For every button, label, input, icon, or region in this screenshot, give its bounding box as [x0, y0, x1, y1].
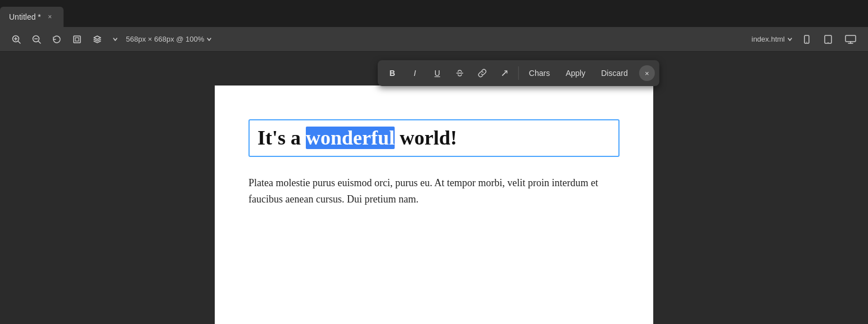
main-toolbar: 568px × 668px @ 100% index.html [0, 27, 868, 52]
apply-button[interactable]: Apply [559, 64, 592, 83]
italic-button[interactable]: I [405, 64, 425, 83]
selected-word: wonderful [306, 127, 395, 149]
tablet-view-icon[interactable] [821, 32, 835, 47]
zoom-in-icon[interactable] [9, 32, 24, 47]
body-paragraph: Platea molestie purus euismod orci, puru… [248, 175, 620, 208]
canvas-dimensions: 568px × 668px @ 100% [126, 35, 212, 43]
strikethrough-button[interactable] [450, 64, 470, 83]
rotate-icon[interactable] [49, 32, 64, 47]
heading-text[interactable]: It's a wonderful world! [257, 126, 611, 150]
toolbar-left: 568px × 668px @ 100% [9, 32, 747, 47]
svg-point-12 [828, 42, 829, 43]
canvas-area: B I U Chars Apply Discard × [0, 52, 868, 324]
svg-line-1 [19, 41, 21, 43]
heading-container[interactable]: It's a wonderful world! [248, 119, 620, 157]
active-tab[interactable]: Untitled * × [0, 7, 64, 27]
clear-format-button[interactable] [495, 64, 515, 83]
bold-button[interactable]: B [382, 64, 403, 83]
svg-rect-7 [74, 36, 80, 43]
svg-point-10 [806, 42, 807, 43]
tab-close-button[interactable]: × [46, 12, 55, 21]
heading-part2: world! [395, 127, 457, 149]
svg-rect-8 [75, 38, 79, 41]
toolbar-right: index.html [752, 32, 859, 47]
zoom-out-icon[interactable] [29, 32, 44, 47]
desktop-view-icon[interactable] [842, 32, 859, 47]
link-button[interactable] [472, 64, 492, 83]
file-selector[interactable]: index.html [752, 35, 793, 43]
layers-icon[interactable] [90, 32, 105, 47]
tab-bar: Untitled * × [0, 0, 868, 27]
chars-button[interactable]: Chars [522, 64, 557, 83]
discard-button[interactable]: Discard [594, 64, 634, 83]
canvas-page: It's a wonderful world! Platea molestie … [215, 86, 653, 324]
toolbar-divider [518, 66, 519, 80]
svg-line-5 [39, 41, 41, 43]
svg-line-17 [503, 73, 505, 75]
frame-icon[interactable] [70, 32, 84, 47]
tab-title: Untitled * [9, 12, 41, 21]
heading-part1: It's a [257, 127, 306, 149]
toolbar-close-button[interactable]: × [639, 65, 655, 81]
svg-rect-13 [846, 35, 856, 42]
text-formatting-toolbar: B I U Chars Apply Discard × [378, 60, 659, 86]
layers-chevron-icon[interactable] [110, 34, 120, 44]
mobile-view-icon[interactable] [799, 32, 814, 47]
underline-button[interactable]: U [427, 64, 447, 83]
